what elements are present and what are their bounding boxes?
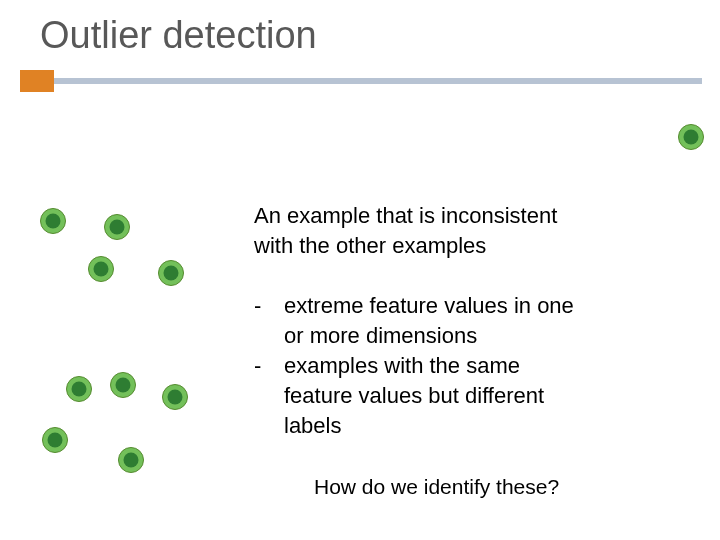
data-point-icon bbox=[66, 376, 92, 402]
bullet-item: - examples with the same feature values … bbox=[254, 351, 589, 441]
question-text: How do we identify these? bbox=[314, 475, 559, 499]
data-point-icon bbox=[40, 208, 66, 234]
data-point-icon bbox=[42, 427, 68, 453]
data-point-icon bbox=[678, 124, 704, 150]
bullet-list: - extreme feature values in one or more … bbox=[254, 291, 589, 441]
bullet-text: examples with the same feature values bu… bbox=[284, 351, 589, 441]
data-point-icon bbox=[158, 260, 184, 286]
data-point-icon bbox=[88, 256, 114, 282]
data-point-icon bbox=[104, 214, 130, 240]
bullet-item: - extreme feature values in one or more … bbox=[254, 291, 589, 351]
data-point-icon bbox=[162, 384, 188, 410]
bullet-dash: - bbox=[254, 351, 284, 441]
bullet-dash: - bbox=[254, 291, 284, 351]
scatter-dots bbox=[0, 0, 720, 540]
bullet-text: extreme feature values in one or more di… bbox=[284, 291, 589, 351]
data-point-icon bbox=[118, 447, 144, 473]
data-point-icon bbox=[110, 372, 136, 398]
definition-text: An example that is inconsistent with the… bbox=[254, 201, 580, 261]
